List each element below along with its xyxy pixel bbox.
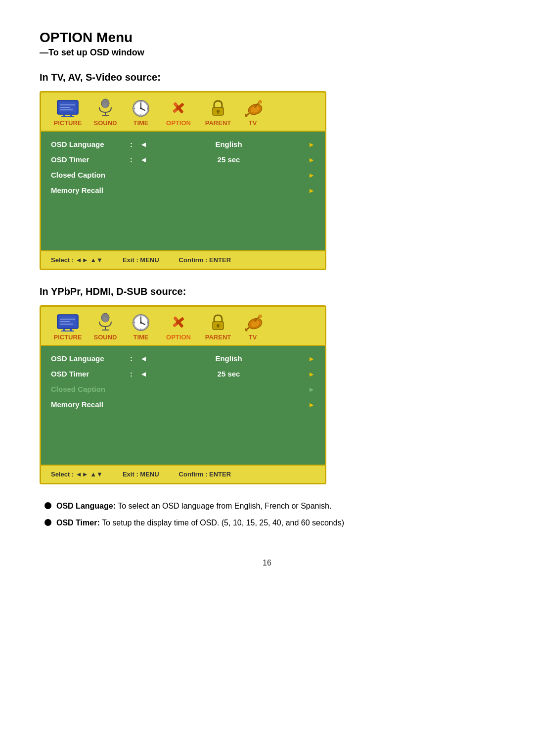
svg-rect-5 xyxy=(61,116,74,117)
closed-caption-colon xyxy=(130,171,140,179)
icons-row-2 xyxy=(41,307,325,333)
osd-footer-1: Select : ◄► ▲▼ Exit : MENU Confirm : ENT… xyxy=(41,250,325,269)
memory-recall-right-arrow-2: ► xyxy=(308,401,315,409)
footer-exit-1: Exit : MENU xyxy=(123,256,159,264)
icons-row-1 xyxy=(41,93,325,119)
osd-language-left-arrow-2: ◄ xyxy=(140,354,147,363)
picture-icon-col xyxy=(48,98,88,117)
osd-language-colon-2: : xyxy=(130,354,140,363)
menu-row-osd-timer-2: OSD Timer : ◄ 25 sec ► xyxy=(51,366,315,381)
svg-point-35 xyxy=(259,100,262,103)
bullet-item-2: OSD Timer: To setup the display time of … xyxy=(44,517,494,529)
option-icon-col-2 xyxy=(159,313,198,331)
menu-row-osd-timer: OSD Timer : ◄ 25 sec ► xyxy=(51,152,315,167)
menu-row-memory-recall-2: Memory Recall ► xyxy=(51,397,315,412)
section2-heading: In YPbPr, HDMI, D-SUB source: xyxy=(40,286,494,297)
closed-caption-right-arrow: ► xyxy=(308,171,315,179)
osd-footer-2: Select : ◄► ▲▼ Exit : MENU Confirm : ENT… xyxy=(41,465,325,483)
menu-row-memory-recall: Memory Recall ► xyxy=(51,183,315,198)
closed-caption-colon-2 xyxy=(130,385,140,393)
bullet-item-1: OSD Language: To select an OSD language … xyxy=(44,500,494,512)
header-option-2: OPTION xyxy=(159,333,198,341)
bullet-list: OSD Language: To select an OSD language … xyxy=(40,500,494,529)
closed-caption-right-arrow-2: ► xyxy=(308,385,315,393)
svg-point-71 xyxy=(259,315,262,318)
osd-timer-right-arrow: ► xyxy=(308,156,315,164)
parent-icon-col-2 xyxy=(198,313,238,331)
osd-timer-right-arrow-2: ► xyxy=(308,370,315,378)
svg-rect-41 xyxy=(61,331,74,331)
bullet-dot-1 xyxy=(44,502,51,509)
bullet-bold-1: OSD Language: xyxy=(56,502,116,510)
footer-select-1: Select : ◄► ▲▼ xyxy=(51,256,103,264)
osd-language-left-arrow: ◄ xyxy=(140,140,147,148)
tv-icon-col xyxy=(238,98,267,117)
header-tv-2: TV xyxy=(238,333,267,341)
osd-menu-area-1: OSD Language : ◄ English ► OSD Timer : ◄… xyxy=(41,132,325,250)
osd-box-2: PICTURE SOUND TIME OPTION PARENT TV OSD … xyxy=(40,305,326,484)
svg-rect-43 xyxy=(60,321,70,322)
footer-select-2: Select : ◄► ▲▼ xyxy=(51,471,103,478)
svg-rect-46 xyxy=(103,317,107,322)
svg-point-53 xyxy=(140,322,142,324)
osd-language-value-2: English xyxy=(149,354,308,363)
menu-row-closed-caption: Closed Caption ► xyxy=(51,167,315,183)
header-tv: TV xyxy=(238,119,267,127)
memory-recall-right-arrow: ► xyxy=(308,187,315,194)
memory-recall-colon xyxy=(130,186,140,194)
bullet-bold-2: OSD Timer: xyxy=(56,519,100,527)
closed-caption-label: Closed Caption xyxy=(51,171,130,179)
header-picture: PICTURE xyxy=(48,119,88,127)
header-cols-2: PICTURE SOUND TIME OPTION PARENT TV xyxy=(41,333,325,345)
menu-row-closed-caption-2: Closed Caption ► xyxy=(51,381,315,397)
footer-exit-2: Exit : MENU xyxy=(123,471,159,478)
memory-recall-label: Memory Recall xyxy=(51,186,130,194)
header-sound: SOUND xyxy=(88,119,123,127)
footer-confirm-2: Confirm : ENTER xyxy=(179,471,231,478)
osd-timer-colon-2: : xyxy=(130,370,140,378)
osd-timer-value: 25 sec xyxy=(149,155,308,164)
time-icon-col xyxy=(123,98,159,117)
osd-language-label-2: OSD Language xyxy=(51,354,130,363)
osd-language-label: OSD Language xyxy=(51,140,130,148)
header-picture-2: PICTURE xyxy=(48,333,88,341)
option-icon-col xyxy=(159,98,198,117)
menu-row-osd-language-2: OSD Language : ◄ English ► xyxy=(51,351,315,366)
menu-row-osd-language: OSD Language : ◄ English ► xyxy=(51,137,315,152)
picture-icon-col-2 xyxy=(48,313,88,331)
section1-heading: In TV, AV, S-Video source: xyxy=(40,72,494,83)
header-time: TIME xyxy=(123,119,159,127)
osd-language-colon: : xyxy=(130,140,140,148)
svg-rect-28 xyxy=(218,111,219,114)
osd-timer-left-arrow: ◄ xyxy=(140,155,147,164)
bullet-text-1: OSD Language: To select an OSD language … xyxy=(56,500,331,512)
page-subtitle: —To set up OSD window xyxy=(40,47,494,58)
page-number: 16 xyxy=(40,559,494,567)
memory-recall-colon-2 xyxy=(130,400,140,409)
osd-language-right-arrow: ► xyxy=(308,141,315,148)
closed-caption-label-2: Closed Caption xyxy=(51,385,130,393)
bullet-text-2: OSD Timer: To setup the display time of … xyxy=(56,517,344,529)
svg-rect-10 xyxy=(103,103,107,108)
osd-box-1: PICTURE SOUND TIME OPTION PARENT TV OSD … xyxy=(40,91,326,270)
svg-point-17 xyxy=(140,107,142,109)
osd-menu-area-2: OSD Language : ◄ English ► OSD Timer : ◄… xyxy=(41,346,325,465)
svg-rect-64 xyxy=(218,326,219,328)
bullet-dot-2 xyxy=(44,519,51,526)
bullet-rest-2: To setup the display time of OSD. (5, 10… xyxy=(100,519,344,527)
tv-icon-col-2 xyxy=(238,313,267,331)
bullet-rest-1: To select an OSD language from English, … xyxy=(116,502,331,510)
svg-rect-44 xyxy=(60,324,73,325)
header-parent-2: PARENT xyxy=(198,333,238,341)
svg-rect-7 xyxy=(60,107,70,108)
header-sound-2: SOUND xyxy=(88,333,123,341)
svg-rect-8 xyxy=(60,109,73,110)
header-option: OPTION xyxy=(159,119,198,127)
svg-rect-6 xyxy=(60,104,75,105)
header-parent: PARENT xyxy=(198,119,238,127)
sound-icon-col-2 xyxy=(88,313,123,331)
memory-recall-label-2: Memory Recall xyxy=(51,400,130,409)
time-icon-col-2 xyxy=(123,313,159,331)
header-time-2: TIME xyxy=(123,333,159,341)
osd-language-right-arrow-2: ► xyxy=(308,355,315,363)
